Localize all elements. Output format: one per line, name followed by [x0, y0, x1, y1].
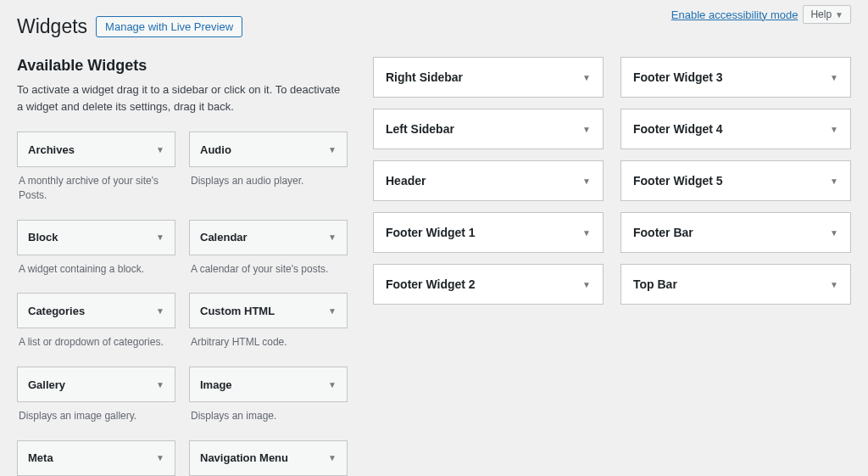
widget-title: Meta	[28, 451, 53, 464]
widget-area-title: Footer Widget 1	[386, 226, 476, 239]
widget-box[interactable]: Archives▼	[17, 132, 175, 167]
accessibility-mode-link[interactable]: Enable accessibility mode	[671, 8, 798, 21]
widget-area-title: Left Sidebar	[386, 122, 454, 136]
chevron-down-icon: ▼	[582, 176, 591, 186]
available-widget: Categories▼A list or dropdown of categor…	[17, 293, 175, 358]
chevron-down-icon: ▼	[582, 228, 591, 238]
chevron-down-icon: ▼	[582, 280, 591, 289]
available-widget: Custom HTML▼Arbitrary HTML code.	[189, 293, 348, 358]
available-widgets-help: To activate a widget drag it to a sideba…	[17, 81, 348, 115]
available-widget: Block▼A widget containing a block.	[17, 220, 175, 285]
chevron-down-icon: ▼	[156, 306, 164, 316]
widget-box[interactable]: Audio▼	[189, 132, 348, 167]
widget-area-title: Footer Widget 2	[386, 277, 476, 291]
available-widget: Archives▼A monthly archive of your site'…	[17, 132, 175, 211]
available-widget: Audio▼Displays an audio player.	[189, 132, 348, 211]
widget-area-title: Top Bar	[633, 277, 677, 291]
widget-area[interactable]: Footer Widget 5▼	[620, 160, 851, 201]
chevron-down-icon: ▼	[830, 176, 838, 186]
widget-title: Custom HTML	[200, 305, 275, 317]
widget-title: Audio	[200, 143, 231, 156]
available-widget: Meta▼Login, RSS, & WordPress.org links.	[17, 440, 175, 476]
widget-area-title: Footer Widget 5	[633, 174, 723, 188]
chevron-down-icon: ▼	[156, 453, 164, 462]
widget-area-title: Right Sidebar	[386, 70, 463, 84]
chevron-down-icon: ▼	[156, 232, 164, 242]
widget-title: Calendar	[200, 231, 248, 244]
widget-description: A list or dropdown of categories.	[17, 335, 175, 358]
widget-area[interactable]: Footer Widget 3▼	[620, 57, 851, 98]
widget-box[interactable]: Custom HTML▼	[189, 293, 348, 328]
widget-area[interactable]: Footer Widget 1▼	[373, 212, 604, 253]
widget-area[interactable]: Footer Bar▼	[620, 212, 851, 253]
widget-box[interactable]: Categories▼	[17, 293, 175, 328]
chevron-down-icon: ▼	[156, 145, 164, 154]
widget-area[interactable]: Top Bar▼	[620, 264, 851, 305]
widget-description: Displays an image gallery.	[17, 409, 175, 432]
widget-area[interactable]: Left Sidebar▼	[373, 109, 604, 149]
chevron-down-icon: ▼	[156, 380, 164, 389]
widget-area[interactable]: Footer Widget 2▼	[373, 264, 604, 305]
widget-description: A calendar of your site's posts.	[189, 262, 348, 285]
available-widgets-heading: Available Widgets	[17, 57, 348, 75]
chevron-down-icon: ▼	[328, 380, 337, 389]
widget-box[interactable]: Navigation Menu▼	[189, 440, 348, 476]
chevron-down-icon: ▼	[835, 10, 843, 20]
chevron-down-icon: ▼	[328, 232, 337, 242]
widget-description: A widget containing a block.	[17, 262, 175, 285]
widget-box[interactable]: Block▼	[17, 220, 175, 255]
widget-description: A monthly archive of your site's Posts.	[17, 174, 175, 211]
widget-area[interactable]: Header▼	[373, 160, 604, 201]
widget-box[interactable]: Image▼	[189, 367, 348, 402]
chevron-down-icon: ▼	[830, 125, 838, 134]
widget-area-title: Footer Widget 3	[633, 70, 723, 84]
chevron-down-icon: ▼	[582, 73, 591, 82]
help-button[interactable]: Help ▼	[803, 5, 851, 24]
chevron-down-icon: ▼	[582, 125, 591, 134]
widget-title: Archives	[28, 143, 75, 156]
widget-box[interactable]: Calendar▼	[189, 220, 348, 255]
chevron-down-icon: ▼	[830, 73, 838, 82]
widget-area-title: Footer Widget 4	[633, 122, 723, 136]
widget-title: Categories	[28, 305, 85, 317]
widget-box[interactable]: Meta▼	[17, 440, 175, 476]
widget-area[interactable]: Right Sidebar▼	[373, 57, 604, 98]
chevron-down-icon: ▼	[328, 453, 337, 462]
widget-description: Displays an audio player.	[189, 174, 348, 197]
chevron-down-icon: ▼	[328, 145, 337, 154]
widget-title: Gallery	[28, 378, 65, 391]
help-button-label: Help	[810, 8, 832, 20]
available-widget: Navigation Menu▼Add a navigation menu to…	[189, 440, 348, 476]
page-title: Widgets	[17, 15, 87, 38]
widget-title: Navigation Menu	[200, 451, 288, 464]
available-widget: Calendar▼A calendar of your site's posts…	[189, 220, 348, 285]
live-preview-button[interactable]: Manage with Live Preview	[96, 16, 242, 37]
chevron-down-icon: ▼	[328, 306, 337, 316]
widget-title: Block	[28, 231, 58, 244]
widget-title: Image	[200, 378, 232, 391]
widget-box[interactable]: Gallery▼	[17, 367, 175, 402]
widget-area-title: Header	[386, 174, 426, 188]
widget-area[interactable]: Footer Widget 4▼	[620, 109, 851, 149]
widget-description: Displays an image.	[189, 409, 348, 432]
widget-area-title: Footer Bar	[633, 226, 693, 239]
chevron-down-icon: ▼	[830, 228, 838, 238]
available-widget: Gallery▼Displays an image gallery.	[17, 367, 175, 432]
chevron-down-icon: ▼	[830, 280, 838, 289]
available-widget: Image▼Displays an image.	[189, 367, 348, 432]
widget-description: Arbitrary HTML code.	[189, 335, 348, 358]
